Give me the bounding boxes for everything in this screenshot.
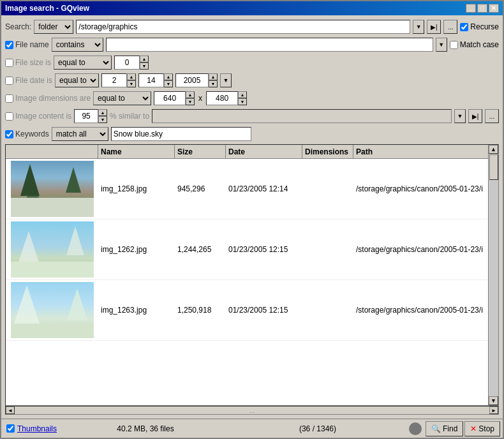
- th-size: Size: [175, 145, 226, 158]
- search-type-select[interactable]: folder results path: [34, 20, 73, 34]
- title-bar: Image search - GQview _ □ ✕: [1, 1, 503, 15]
- filesize-checkbox[interactable]: [5, 59, 13, 67]
- filedate-month-input[interactable]: [138, 73, 164, 87]
- content-checkbox[interactable]: [5, 112, 13, 121]
- dimensions-condition-select[interactable]: equal to less than greater than: [93, 91, 151, 105]
- file-stats: 40.2 MB, 36 files: [62, 424, 229, 433]
- path-dropdown-button[interactable]: ▼: [413, 20, 424, 34]
- results-table: Name Size Date Dimensions Path i: [5, 144, 499, 406]
- filedate-checkbox[interactable]: [5, 77, 13, 85]
- horizontal-scrollbar: ◄ ... ►: [5, 406, 499, 415]
- content-dropdown-button[interactable]: ▼: [454, 109, 466, 123]
- table-row[interactable]: img_1262.jpg 1,244,265 01/23/2005 12:15 …: [6, 220, 498, 280]
- minimize-button[interactable]: _: [466, 4, 476, 13]
- month-spin-up[interactable]: ▲: [164, 73, 173, 80]
- keywords-label: Keywords: [15, 130, 49, 138]
- month-spin-down[interactable]: ▼: [164, 80, 173, 87]
- filesize-value-input[interactable]: [114, 56, 140, 70]
- stop-button[interactable]: ✕ Stop: [464, 421, 500, 436]
- width-input[interactable]: [154, 91, 186, 105]
- year-spinner-buttons: ▲ ▼: [209, 73, 218, 87]
- row3-name: img_1263.jpg: [98, 306, 175, 315]
- height-input[interactable]: [206, 91, 238, 105]
- filename-condition-select[interactable]: contains is starts with ends with: [52, 38, 103, 52]
- search-row: Search: folder results path /storage/gra…: [5, 19, 499, 34]
- filename-checkbox-label: File name: [5, 40, 49, 49]
- filesize-spin-up[interactable]: ▲: [140, 56, 149, 63]
- content-path-input[interactable]: [152, 109, 452, 123]
- x-label: x: [197, 94, 204, 103]
- scroll-label: ...: [249, 407, 255, 414]
- status-icon: [409, 422, 422, 435]
- day-spin-up[interactable]: ▲: [127, 73, 136, 80]
- height-spin-up[interactable]: ▲: [238, 91, 247, 98]
- date-dropdown-button[interactable]: ▼: [220, 73, 232, 87]
- scroll-down-button[interactable]: ▼: [489, 396, 498, 405]
- scroll-thumb[interactable]: [489, 154, 498, 180]
- filesize-spin-down[interactable]: ▼: [140, 63, 149, 70]
- match-case-checkbox[interactable]: [450, 41, 458, 49]
- row3-date: 01/23/2005 12:15: [226, 306, 302, 315]
- recurse-checkbox[interactable]: [460, 23, 468, 31]
- stop-label: Stop: [478, 424, 494, 433]
- thumbnails-label: Thumbnails: [17, 424, 57, 433]
- row1-name: img_1258.jpg: [98, 184, 175, 193]
- filesize-label: File size is: [15, 58, 51, 67]
- filename-value-input[interactable]: [106, 38, 433, 52]
- year-spin-down[interactable]: ▼: [209, 80, 218, 87]
- table-scrollbar[interactable]: ▲ ▼: [488, 145, 498, 405]
- filesize-row: File size is equal to less than greater …: [5, 55, 499, 70]
- percent-spin-down[interactable]: ▼: [98, 116, 107, 123]
- height-spinner-buttons: ▲ ▼: [238, 91, 247, 105]
- keywords-checkbox-label: Keywords: [5, 130, 49, 138]
- row3-size: 1,250,918: [175, 306, 226, 315]
- filesize-spinner: ▲ ▼: [114, 56, 149, 70]
- th-thumbnail: [6, 145, 98, 158]
- bookmark-button[interactable]: ▶|: [427, 20, 441, 34]
- filedate-day-input[interactable]: [101, 73, 127, 87]
- height-spin-down[interactable]: ▼: [238, 98, 247, 105]
- width-spin-down[interactable]: ▼: [186, 98, 195, 105]
- filesize-condition-select[interactable]: equal to less than greater than: [54, 56, 112, 70]
- stop-icon: ✕: [470, 424, 477, 433]
- dimensions-label: Image dimensions are: [15, 94, 91, 103]
- table-body: img_1258.jpg 945,296 01/23/2005 12:14 /s…: [6, 159, 498, 405]
- filename-checkbox[interactable]: [5, 41, 13, 49]
- filesize-spinner-buttons: ▲ ▼: [140, 56, 149, 70]
- year-spin-up[interactable]: ▲: [209, 73, 218, 80]
- search-path-input[interactable]: /storage/graphics: [76, 20, 410, 34]
- scroll-right-button[interactable]: ►: [489, 406, 498, 414]
- dimensions-height-spinner: ▲ ▼: [206, 91, 247, 105]
- maximize-button[interactable]: □: [477, 4, 487, 13]
- th-name: Name: [98, 145, 175, 158]
- close-button[interactable]: ✕: [489, 4, 499, 13]
- filedate-condition-select[interactable]: equal to before after: [55, 73, 99, 87]
- match-case-text: Match case: [460, 40, 499, 49]
- browse-button[interactable]: ...: [443, 20, 457, 34]
- keywords-value-input[interactable]: Snow blue.sky: [111, 127, 251, 141]
- table-row[interactable]: img_1258.jpg 945,296 01/23/2005 12:14 /s…: [6, 159, 498, 220]
- scroll-up-button[interactable]: ▲: [489, 145, 498, 154]
- result-count: (36 / 1346): [229, 424, 406, 433]
- filedate-label: File date is: [15, 76, 52, 85]
- keywords-checkbox[interactable]: [5, 130, 13, 138]
- dimensions-checkbox[interactable]: [5, 94, 13, 103]
- filename-dropdown-button[interactable]: ▼: [436, 38, 447, 52]
- match-case-label: Match case: [450, 40, 499, 49]
- file-size-label: 40.2 MB, 36 files: [117, 424, 174, 433]
- thumbnails-checkbox[interactable]: [6, 424, 15, 433]
- width-spin-up[interactable]: ▲: [186, 91, 195, 98]
- thumbnails-toggle[interactable]: Thumbnails: [1, 424, 62, 433]
- day-spin-down[interactable]: ▼: [127, 80, 136, 87]
- keywords-match-select[interactable]: match all match any match none: [52, 127, 108, 141]
- percent-spin-up[interactable]: ▲: [98, 109, 107, 116]
- keywords-row: Keywords match all match any match none …: [5, 126, 499, 142]
- content-browse-button[interactable]: ...: [485, 109, 499, 123]
- find-button[interactable]: 🔍 Find: [426, 421, 463, 436]
- content-arrow-button[interactable]: ▶|: [468, 109, 482, 123]
- table-row[interactable]: img_1263.jpg 1,250,918 01/23/2005 12:15 …: [6, 280, 498, 341]
- scroll-left-button[interactable]: ◄: [6, 406, 15, 414]
- filedate-year-input[interactable]: [175, 73, 209, 87]
- h-scroll-track: ...: [15, 407, 489, 414]
- content-percent-input[interactable]: [74, 109, 98, 123]
